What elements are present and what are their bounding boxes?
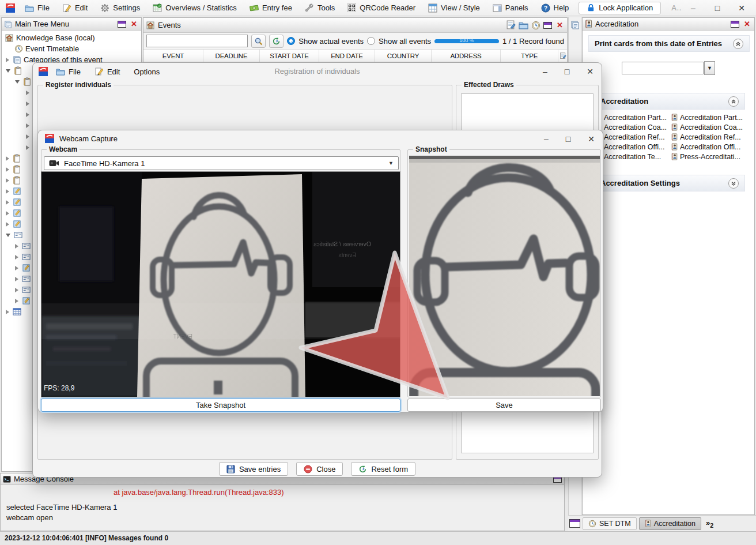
menu-settings[interactable]: Settings (94, 0, 146, 16)
dialog-menu-file[interactable]: File (50, 63, 86, 80)
expand-arrow-icon[interactable] (26, 102, 29, 106)
accreditation-item[interactable]: Press-Accreditati... (671, 153, 751, 161)
menu-qrcode[interactable]: QRCode Reader (341, 0, 422, 16)
expand-arrow-icon[interactable] (26, 91, 29, 95)
close-dialog-button[interactable]: Close (296, 462, 343, 476)
search-button[interactable] (251, 35, 266, 48)
column-settings-icon[interactable] (558, 50, 567, 62)
panel-maximize-icon[interactable] (731, 21, 739, 28)
panel-maximize-icon[interactable] (118, 21, 126, 28)
column-header-country[interactable]: COUNTRY (375, 50, 432, 62)
clock-icon[interactable] (531, 21, 540, 30)
column-header-start-date[interactable]: START DATE (260, 50, 319, 62)
expand-arrow-icon[interactable] (15, 277, 18, 281)
accreditation-item[interactable]: Accreditation Part... (671, 114, 751, 122)
expand-arrow-icon[interactable] (15, 288, 18, 292)
events-search-input[interactable] (146, 35, 248, 47)
form-edit-icon[interactable] (506, 20, 516, 30)
menu-edit[interactable]: Edit (56, 0, 94, 16)
collapse-section-button[interactable] (733, 39, 743, 49)
take-snapshot-button[interactable]: Take Snapshot (41, 399, 400, 412)
maximize-button[interactable]: □ (566, 134, 570, 144)
expand-arrow-icon[interactable] (26, 123, 29, 128)
expand-arrow-icon[interactable] (6, 178, 9, 183)
accreditation-item[interactable]: Accreditation Offi... (595, 143, 671, 151)
expand-arrow-icon[interactable] (6, 156, 9, 161)
panel-close-icon[interactable]: ✕ (742, 20, 752, 28)
expand-arrow-icon[interactable] (26, 134, 29, 139)
menu-panels[interactable]: Panels (486, 0, 535, 16)
column-header-deadline[interactable]: DEADLINE (203, 50, 260, 62)
menu-file[interactable]: File (18, 0, 56, 16)
tab-overflow-button[interactable]: »2 (704, 518, 716, 529)
expand-arrow-icon[interactable] (6, 189, 9, 194)
expand-arrow-icon[interactable] (6, 167, 9, 172)
collapse-arrow-icon[interactable] (6, 234, 10, 237)
panel-close-icon[interactable]: ✕ (129, 20, 139, 28)
dialog-menu-edit[interactable]: Edit (89, 63, 126, 80)
close-button[interactable]: ✕ (587, 67, 594, 76)
minimize-button[interactable]: – (544, 134, 549, 144)
panel-maximize-icon[interactable] (543, 22, 552, 29)
tab-accreditation[interactable]: Accreditation (639, 517, 701, 530)
menu-tools[interactable]: Tools (298, 0, 341, 16)
collapse-arrow-icon[interactable] (15, 80, 20, 84)
column-header-type[interactable]: TYPE (501, 50, 558, 62)
collapse-arrow-icon[interactable] (6, 69, 10, 73)
close-button[interactable]: ✕ (729, 0, 754, 16)
accreditation-item[interactable]: Accreditation Coa... (671, 123, 751, 131)
menu-help[interactable]: Help (535, 0, 576, 16)
camera-select[interactable]: FaceTime HD-Kamera 1 ▼ (44, 156, 399, 170)
accreditation-item[interactable]: Accreditation Ref... (595, 133, 671, 141)
accreditation-item[interactable]: Accreditation Part... (595, 114, 671, 122)
print-cards-section-header[interactable]: Print cards from this date of Entries (588, 35, 750, 52)
expand-arrow-icon[interactable] (15, 255, 18, 260)
tree-item-knowledge-base[interactable]: Knowledge Base (local) (2, 32, 141, 43)
panel-close-icon[interactable]: ✕ (555, 21, 565, 29)
date-dropdown-button[interactable]: ▼ (704, 61, 715, 75)
tree-item-event-timetable[interactable]: Event Timetable (2, 43, 141, 54)
reset-form-button[interactable]: Reset form (351, 462, 415, 476)
expand-arrow-icon[interactable] (6, 200, 9, 205)
maximize-button[interactable]: □ (565, 67, 569, 76)
expand-arrow-icon[interactable] (26, 112, 29, 117)
column-header-event[interactable]: EVENT (143, 50, 203, 62)
expand-arrow-icon[interactable] (15, 299, 18, 303)
accreditation-item[interactable]: Accreditation Ref... (671, 133, 751, 141)
collapse-section-button[interactable] (728, 96, 739, 107)
expand-arrow-icon[interactable] (26, 145, 29, 150)
menu-view-style[interactable]: View / Style (422, 0, 486, 16)
expand-arrow-icon[interactable] (15, 244, 18, 249)
folder-icon[interactable] (519, 20, 528, 30)
tab-set-dtm[interactable]: SET DTM (583, 517, 637, 530)
expand-section-button[interactable] (728, 178, 739, 189)
print-date-input[interactable] (622, 62, 704, 74)
dialog-menu-options[interactable]: Options (128, 63, 165, 80)
accreditation-list-section-header[interactable]: Accreditation (594, 93, 745, 110)
accreditation-item[interactable]: Accreditation Te... (595, 153, 671, 161)
accreditation-item[interactable]: Accreditation Coa... (595, 123, 671, 131)
maximize-button[interactable]: □ (705, 0, 729, 16)
minimize-button[interactable]: – (543, 67, 547, 76)
stacked-pages-icon[interactable] (570, 20, 580, 29)
save-snapshot-button[interactable]: Save (407, 399, 601, 412)
refresh-button[interactable] (269, 35, 284, 48)
lock-application-button[interactable]: Lock Application (579, 2, 661, 14)
expand-arrow-icon[interactable] (6, 211, 9, 216)
accreditation-item[interactable]: Accreditation Offi... (671, 143, 751, 151)
menu-overviews[interactable]: Overviews / Statistics (146, 0, 243, 16)
panel-restore-icon[interactable] (569, 519, 580, 528)
accreditation-settings-section-header[interactable]: Accreditation Settings (594, 175, 745, 191)
column-header-end-date[interactable]: END DATE (319, 50, 375, 62)
menu-entry-fee[interactable]: Entry fee (243, 0, 298, 16)
column-header-address[interactable]: ADDRESS (432, 50, 501, 62)
expand-arrow-icon[interactable] (6, 58, 9, 62)
close-button[interactable]: ✕ (588, 134, 595, 144)
expand-arrow-icon[interactable] (6, 310, 9, 314)
radio-show-actual-events[interactable] (287, 37, 295, 45)
expand-arrow-icon[interactable] (15, 266, 18, 270)
minimize-button[interactable]: – (681, 0, 705, 16)
radio-show-all-events[interactable] (367, 37, 375, 45)
save-entries-button[interactable]: Save entries (219, 462, 288, 476)
expand-arrow-icon[interactable] (6, 222, 9, 227)
